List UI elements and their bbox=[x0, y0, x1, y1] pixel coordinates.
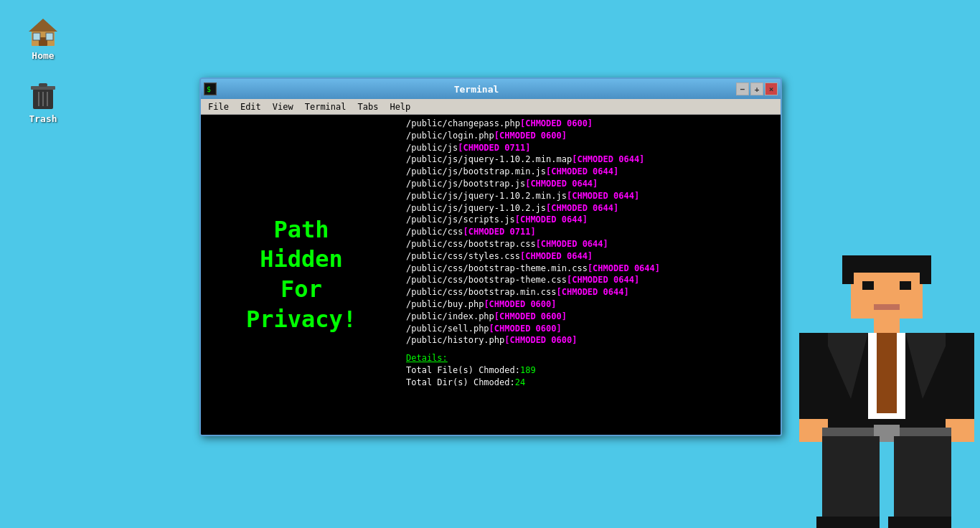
log-line: /public/css/bootstrap.css[CHMODED 0644] bbox=[406, 238, 776, 250]
svg-rect-32 bbox=[822, 436, 880, 522]
log-line: /public/js[CHMODED 0711] bbox=[406, 142, 776, 154]
home-icon-label: Home bbox=[32, 50, 54, 61]
svg-rect-35 bbox=[888, 517, 951, 528]
svg-text:$: $ bbox=[207, 85, 211, 93]
log-line: /public/history.php[CHMODED 0600] bbox=[406, 334, 776, 346]
log-line: /public/login.php[CHMODED 0600] bbox=[406, 130, 776, 142]
log-line: /public/buy.php[CHMODED 0600] bbox=[406, 298, 776, 311]
log-line: /public/css/bootstrap.min.css[CHMODED 06… bbox=[406, 286, 776, 298]
terminal-body: PathHiddenForPrivacy! /public/changepass… bbox=[201, 115, 781, 435]
svg-rect-19 bbox=[874, 304, 900, 310]
svg-rect-18 bbox=[900, 281, 911, 290]
log-line: /public/js/jquery-1.10.2.min.js[CHMODED … bbox=[406, 190, 776, 202]
terminal-window: $ Terminal − + × File Edit View Terminal… bbox=[199, 77, 782, 436]
log-line: /public/js/jquery-1.10.2.js[CHMODED 0644… bbox=[406, 202, 776, 214]
maximize-button[interactable]: + bbox=[750, 82, 763, 95]
log-line: /public/css/styles.css[CHMODED 0644] bbox=[406, 250, 776, 263]
log-line: /public/css/bootstrap-theme.css[CHMODED … bbox=[406, 274, 776, 286]
log-line: /public/changepass.php[CHMODED 0600] bbox=[406, 118, 776, 130]
titlebar-left: $ bbox=[204, 82, 217, 95]
terminal-left-panel: PathHiddenForPrivacy! bbox=[201, 115, 402, 435]
menu-help[interactable]: Help bbox=[385, 100, 415, 113]
log-line: /public/css/bootstrap-theme.min.css[CHMO… bbox=[406, 263, 776, 275]
pixel-character bbox=[793, 241, 980, 528]
menu-tabs[interactable]: Tabs bbox=[354, 100, 383, 113]
log-line: /public/js/jquery-1.10.2.min.map[CHMODED… bbox=[406, 154, 776, 166]
details-label: Details: bbox=[406, 352, 776, 364]
trash-icon bbox=[26, 77, 60, 112]
svg-rect-33 bbox=[894, 436, 951, 522]
terminal-icon: $ bbox=[204, 82, 217, 95]
svg-rect-34 bbox=[816, 517, 880, 528]
titlebar-buttons: − + × bbox=[736, 82, 778, 95]
menu-edit[interactable]: Edit bbox=[236, 100, 265, 113]
svg-rect-4 bbox=[46, 33, 53, 40]
svg-rect-7 bbox=[39, 83, 47, 87]
minimize-button[interactable]: − bbox=[736, 82, 749, 95]
trash-desktop-icon[interactable]: Trash bbox=[14, 77, 72, 124]
terminal-output[interactable]: /public/changepass.php[CHMODED 0600]/pub… bbox=[402, 115, 781, 435]
log-line: /public/js/scripts.js[CHMODED 0644] bbox=[406, 214, 776, 226]
log-line: /public/js/bootstrap.min.js[CHMODED 0644… bbox=[406, 166, 776, 178]
terminal-title: Terminal bbox=[217, 84, 736, 95]
log-line: /public/sell.php[CHMODED 0600] bbox=[406, 323, 776, 335]
log-line: /public/index.php[CHMODED 0600] bbox=[406, 311, 776, 323]
menu-view[interactable]: View bbox=[268, 100, 298, 113]
terminal-titlebar: $ Terminal − + × bbox=[201, 79, 781, 99]
trash-icon-label: Trash bbox=[29, 113, 57, 124]
terminal-menubar: File Edit View Terminal Tabs Help bbox=[201, 99, 781, 115]
svg-rect-28 bbox=[946, 333, 974, 419]
svg-rect-15 bbox=[842, 255, 854, 284]
svg-rect-3 bbox=[33, 33, 40, 40]
log-line: /public/css[CHMODED 0711] bbox=[406, 226, 776, 238]
path-hidden-text: PathHiddenForPrivacy! bbox=[246, 215, 357, 334]
svg-rect-26 bbox=[799, 333, 828, 419]
svg-rect-16 bbox=[920, 255, 931, 284]
menu-terminal[interactable]: Terminal bbox=[301, 100, 351, 113]
svg-marker-1 bbox=[29, 19, 57, 32]
svg-rect-20 bbox=[874, 319, 900, 333]
home-desktop-icon[interactable]: Home bbox=[14, 14, 72, 61]
menu-file[interactable]: File bbox=[204, 100, 233, 113]
svg-rect-14 bbox=[851, 255, 923, 273]
log-line: /public/js/bootstrap.js[CHMODED 0644] bbox=[406, 178, 776, 190]
home-icon bbox=[26, 14, 60, 49]
svg-rect-17 bbox=[862, 281, 874, 290]
close-button[interactable]: × bbox=[765, 82, 778, 95]
total-files-line: Total File(s) Chmoded:189 bbox=[406, 364, 776, 377]
svg-rect-23 bbox=[877, 333, 897, 413]
total-dirs-line: Total Dir(s) Chmoded:24 bbox=[406, 377, 776, 389]
